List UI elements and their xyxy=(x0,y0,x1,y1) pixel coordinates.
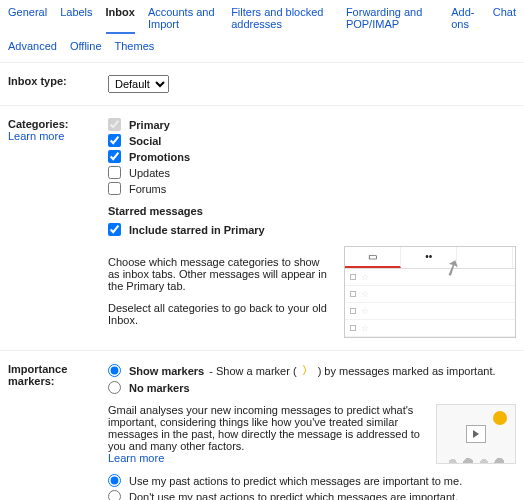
mail-pile-icon xyxy=(437,441,515,463)
square-icon xyxy=(350,274,356,280)
inbox-icon: ▭ xyxy=(368,251,377,262)
cat-promotions-check[interactable] xyxy=(108,150,121,163)
cat-primary-label: Primary xyxy=(129,119,170,131)
starred-heading: Starred messages xyxy=(108,205,516,217)
square-icon xyxy=(350,291,356,297)
show-markers-desc: - Show a marker ( xyxy=(209,365,296,377)
preview-tab2: ••➚ xyxy=(401,247,457,268)
importance-section: Importance markers: Show markers - Show … xyxy=(0,351,524,500)
inbox-type-section: Inbox type: Default xyxy=(0,63,524,106)
no-markers-label: No markers xyxy=(129,382,190,394)
importance-analy: Gmail analyses your new incoming message… xyxy=(108,404,426,452)
tab-addons[interactable]: Add-ons xyxy=(451,6,480,34)
tab-offline[interactable]: Offline xyxy=(70,40,102,52)
tab-forwarding[interactable]: Forwarding and POP/IMAP xyxy=(346,6,438,34)
tab-chat[interactable]: Chat xyxy=(493,6,516,34)
importance-learn-link[interactable]: Learn more xyxy=(108,452,164,464)
square-icon xyxy=(350,308,356,314)
show-markers-label: Show markers xyxy=(129,365,204,377)
star-icon: ☆ xyxy=(361,306,369,316)
preview-tab3 xyxy=(457,247,513,268)
use-past-label: Use my past actions to predict which mes… xyxy=(129,475,462,487)
square-icon xyxy=(350,325,356,331)
marker-icon: 〉 xyxy=(302,363,313,378)
people-icon: •• xyxy=(425,251,432,262)
sub-tabs: Advanced Offline Themes xyxy=(0,34,524,63)
cat-forums-label: Forums xyxy=(129,183,166,195)
tab-filters[interactable]: Filters and blocked addresses xyxy=(231,6,333,34)
no-markers-radio[interactable] xyxy=(108,381,121,394)
tab-labels[interactable]: Labels xyxy=(60,6,92,34)
top-tabs: General Labels Inbox Accounts and Import… xyxy=(0,0,524,34)
cat-social-check[interactable] xyxy=(108,134,121,147)
include-star-check[interactable] xyxy=(108,223,121,236)
dont-use-past-radio[interactable] xyxy=(108,490,121,500)
tab-accounts[interactable]: Accounts and Import xyxy=(148,6,218,34)
categories-label: Categories: Learn more xyxy=(8,118,108,338)
show-markers-radio[interactable] xyxy=(108,364,121,377)
tab-general[interactable]: General xyxy=(8,6,47,34)
person-icon xyxy=(493,411,507,425)
star-icon: ☆ xyxy=(361,272,369,282)
cat-promotions-label: Promotions xyxy=(129,151,190,163)
tab-advanced[interactable]: Advanced xyxy=(8,40,57,52)
inbox-type-select[interactable]: Default xyxy=(108,75,169,93)
tab-inbox[interactable]: Inbox xyxy=(106,6,135,34)
cat-primary-check[interactable] xyxy=(108,118,121,131)
inbox-type-label: Inbox type: xyxy=(8,75,108,93)
star-icon: ☆ xyxy=(361,289,369,299)
categories-section: Categories: Learn more Primary Social Pr… xyxy=(0,106,524,351)
show-markers-desc2: ) by messages marked as important. xyxy=(318,365,496,377)
cat-desc1: Choose which message categories to show … xyxy=(108,256,334,292)
importance-label: Importance markers: xyxy=(8,363,108,500)
star-icon: ☆ xyxy=(361,323,369,333)
inbox-preview: ▭ ••➚ ☆ ☆ ☆ ☆ xyxy=(344,246,516,338)
cat-updates-label: Updates xyxy=(129,167,170,179)
dont-use-past-label: Don't use my past actions to predict whi… xyxy=(129,491,458,501)
use-past-radio[interactable] xyxy=(108,474,121,487)
tab-themes[interactable]: Themes xyxy=(115,40,155,52)
categories-learn-link[interactable]: Learn more xyxy=(8,130,64,142)
include-star-label: Include starred in Primary xyxy=(129,224,265,236)
cat-forums-check[interactable] xyxy=(108,182,121,195)
cat-social-label: Social xyxy=(129,135,161,147)
cat-desc2: Deselect all categories to go back to yo… xyxy=(108,302,334,326)
preview-tab1: ▭ xyxy=(345,247,401,268)
importance-image xyxy=(436,404,516,464)
cat-updates-check[interactable] xyxy=(108,166,121,179)
